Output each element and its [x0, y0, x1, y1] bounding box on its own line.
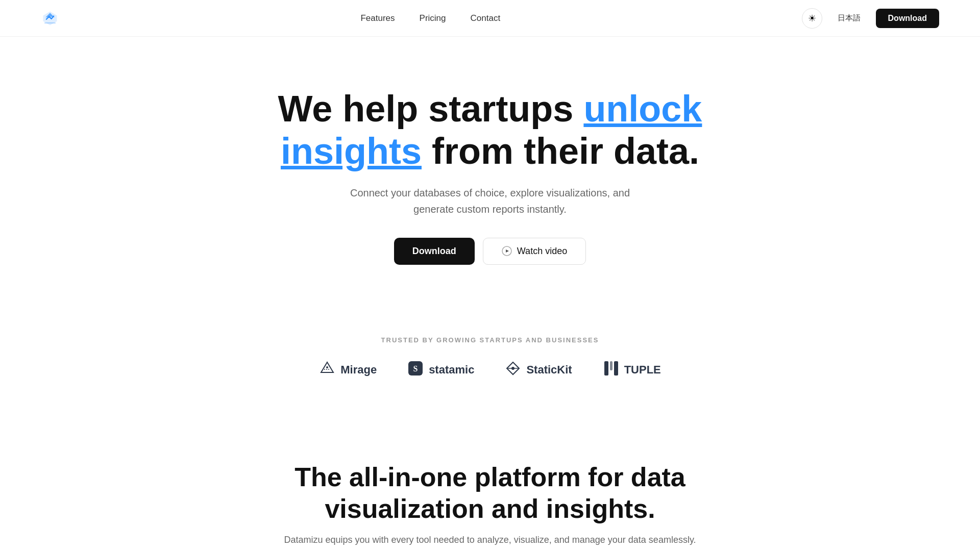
nav-features[interactable]: Features: [360, 13, 395, 23]
tuple-name: TUPLE: [624, 363, 661, 377]
mirage-name: Mirage: [340, 363, 377, 377]
mirage-icon: [319, 360, 335, 380]
logo-statickit: StaticKit: [505, 360, 572, 380]
header-actions: ☀ 日本語 Download: [802, 8, 939, 29]
site-header: Features Pricing Contact ☀ 日本語 Download: [0, 0, 980, 37]
language-button[interactable]: 日本語: [830, 9, 868, 27]
header-download-button[interactable]: Download: [876, 9, 939, 28]
svg-text:S: S: [413, 364, 418, 373]
hero-download-button[interactable]: Download: [394, 238, 475, 265]
logo-icon: [41, 9, 59, 28]
features-subtitle: Datamizu equips you with every tool need…: [41, 535, 939, 545]
statamic-name: statamic: [429, 363, 474, 377]
logo[interactable]: [41, 9, 59, 28]
logo-statamic: S statamic: [407, 360, 474, 380]
hero-watch-video-button[interactable]: Watch video: [483, 238, 586, 265]
watch-video-label: Watch video: [517, 246, 567, 257]
svg-rect-13: [614, 361, 618, 375]
svg-point-10: [511, 367, 514, 370]
svg-marker-2: [506, 249, 509, 253]
nav-pricing[interactable]: Pricing: [420, 13, 446, 23]
hero-headline: We help startups unlock insights from th…: [209, 88, 771, 172]
statickit-icon: [505, 360, 521, 380]
svg-rect-11: [604, 361, 608, 375]
logo-mirage: Mirage: [319, 360, 377, 380]
nav-contact[interactable]: Contact: [471, 13, 501, 23]
logos-row: Mirage S statamic StaticKit: [319, 360, 661, 380]
svg-point-5: [326, 366, 328, 368]
trusted-label: TRUSTED BY GROWING STARTUPS AND BUSINESS…: [381, 336, 599, 344]
headline-text-part2: from their data.: [422, 131, 699, 171]
hero-buttons: Download Watch video: [394, 238, 586, 265]
statamic-icon: S: [407, 360, 424, 380]
logo-tuple: TUPLE: [603, 360, 661, 380]
hero-section: We help startups unlock insights from th…: [0, 37, 980, 326]
theme-toggle-button[interactable]: ☀: [802, 8, 822, 29]
play-icon: [502, 246, 512, 256]
headline-text-part1: We help startups: [278, 88, 584, 129]
hero-subtitle: Connect your databases of choice, explor…: [337, 185, 643, 217]
tuple-icon: [603, 360, 619, 380]
features-title: The all-in-one platform for data visuali…: [260, 461, 720, 525]
statickit-name: StaticKit: [526, 363, 572, 377]
svg-rect-12: [610, 361, 612, 370]
main-nav: Features Pricing Contact: [360, 13, 500, 23]
trusted-section: TRUSTED BY GROWING STARTUPS AND BUSINESS…: [0, 326, 980, 410]
features-section: The all-in-one platform for data visuali…: [0, 410, 980, 551]
